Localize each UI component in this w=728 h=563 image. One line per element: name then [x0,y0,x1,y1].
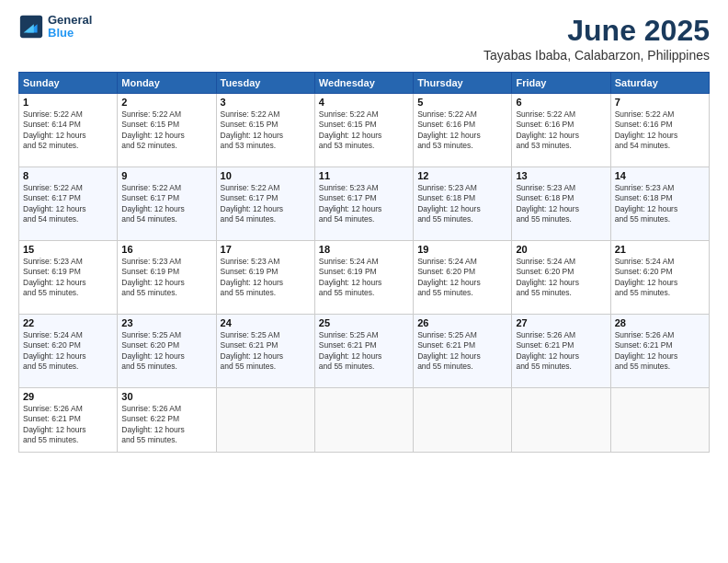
empty-cell-5 [610,388,709,453]
col-thursday: Thursday [414,73,512,94]
calendar-title: June 2025 [483,14,710,48]
col-saturday: Saturday [610,73,709,94]
empty-cell-3 [414,388,512,453]
calendar-subtitle: Tayabas Ibaba, Calabarzon, Philippines [483,48,710,63]
logo-text: General Blue [48,14,92,40]
header: General Blue June 2025 Tayabas Ibaba, Ca… [18,14,710,63]
day-13: 13 Sunrise: 5:23 AMSunset: 6:18 PMDaylig… [512,167,610,241]
day-22: 22 Sunrise: 5:24 AMSunset: 6:20 PMDaylig… [19,315,118,388]
col-sunday: Sunday [19,73,118,94]
day-27: 27 Sunrise: 5:26 AMSunset: 6:21 PMDaylig… [512,315,610,388]
week-row-1: 1 Sunrise: 5:22 AMSunset: 6:14 PMDayligh… [19,94,710,167]
week-row-3: 15 Sunrise: 5:23 AMSunset: 6:19 PMDaylig… [19,241,710,315]
day-26: 26 Sunrise: 5:25 AMSunset: 6:21 PMDaylig… [414,315,512,388]
day-17: 17 Sunrise: 5:23 AMSunset: 6:19 PMDaylig… [216,241,314,315]
day-8: 8 Sunrise: 5:22 AMSunset: 6:17 PMDayligh… [19,167,118,241]
empty-cell-4 [512,388,610,453]
day-11: 11 Sunrise: 5:23 AMSunset: 6:17 PMDaylig… [314,167,413,241]
day-23: 23 Sunrise: 5:25 AMSunset: 6:20 PMDaylig… [118,315,216,388]
logo: General Blue [18,14,92,40]
day-25: 25 Sunrise: 5:25 AMSunset: 6:21 PMDaylig… [314,315,413,388]
empty-cell-1 [216,388,314,453]
day-6: 6 Sunrise: 5:22 AMSunset: 6:16 PMDayligh… [512,94,610,167]
day-30: 30 Sunrise: 5:26 AMSunset: 6:22 PMDaylig… [118,388,216,453]
col-tuesday: Tuesday [216,73,314,94]
day-18: 18 Sunrise: 5:24 AMSunset: 6:19 PMDaylig… [314,241,413,315]
day-24: 24 Sunrise: 5:25 AMSunset: 6:21 PMDaylig… [216,315,314,388]
logo-icon [18,14,44,40]
day-20: 20 Sunrise: 5:24 AMSunset: 6:20 PMDaylig… [512,241,610,315]
day-21: 21 Sunrise: 5:24 AMSunset: 6:20 PMDaylig… [610,241,709,315]
logo-line1: General [48,14,92,27]
day-16: 16 Sunrise: 5:23 AMSunset: 6:19 PMDaylig… [118,241,216,315]
logo-line2: Blue [48,27,92,40]
day-12: 12 Sunrise: 5:23 AMSunset: 6:18 PMDaylig… [414,167,512,241]
day-15: 15 Sunrise: 5:23 AMSunset: 6:19 PMDaylig… [19,241,118,315]
day-4: 4 Sunrise: 5:22 AMSunset: 6:15 PMDayligh… [314,94,413,167]
page: General Blue June 2025 Tayabas Ibaba, Ca… [0,0,728,563]
week-row-4: 22 Sunrise: 5:24 AMSunset: 6:20 PMDaylig… [19,315,710,388]
day-9: 9 Sunrise: 5:22 AMSunset: 6:17 PMDayligh… [118,167,216,241]
day-29: 29 Sunrise: 5:26 AMSunset: 6:21 PMDaylig… [19,388,118,453]
day-10: 10 Sunrise: 5:22 AMSunset: 6:17 PMDaylig… [216,167,314,241]
weekday-header-row: Sunday Monday Tuesday Wednesday Thursday… [19,73,710,94]
day-5: 5 Sunrise: 5:22 AMSunset: 6:16 PMDayligh… [414,94,512,167]
week-row-2: 8 Sunrise: 5:22 AMSunset: 6:17 PMDayligh… [19,167,710,241]
day-2: 2 Sunrise: 5:22 AMSunset: 6:15 PMDayligh… [118,94,216,167]
col-monday: Monday [118,73,216,94]
empty-cell-2 [314,388,413,453]
day-19: 19 Sunrise: 5:24 AMSunset: 6:20 PMDaylig… [414,241,512,315]
day-28: 28 Sunrise: 5:26 AMSunset: 6:21 PMDaylig… [610,315,709,388]
calendar-table: Sunday Monday Tuesday Wednesday Thursday… [18,72,710,453]
week-row-5: 29 Sunrise: 5:26 AMSunset: 6:21 PMDaylig… [19,388,710,453]
day-1: 1 Sunrise: 5:22 AMSunset: 6:14 PMDayligh… [19,94,118,167]
day-3: 3 Sunrise: 5:22 AMSunset: 6:15 PMDayligh… [216,94,314,167]
col-friday: Friday [512,73,610,94]
col-wednesday: Wednesday [314,73,413,94]
title-block: June 2025 Tayabas Ibaba, Calabarzon, Phi… [483,14,710,63]
day-14: 14 Sunrise: 5:23 AMSunset: 6:18 PMDaylig… [610,167,709,241]
day-7: 7 Sunrise: 5:22 AMSunset: 6:16 PMDayligh… [610,94,709,167]
